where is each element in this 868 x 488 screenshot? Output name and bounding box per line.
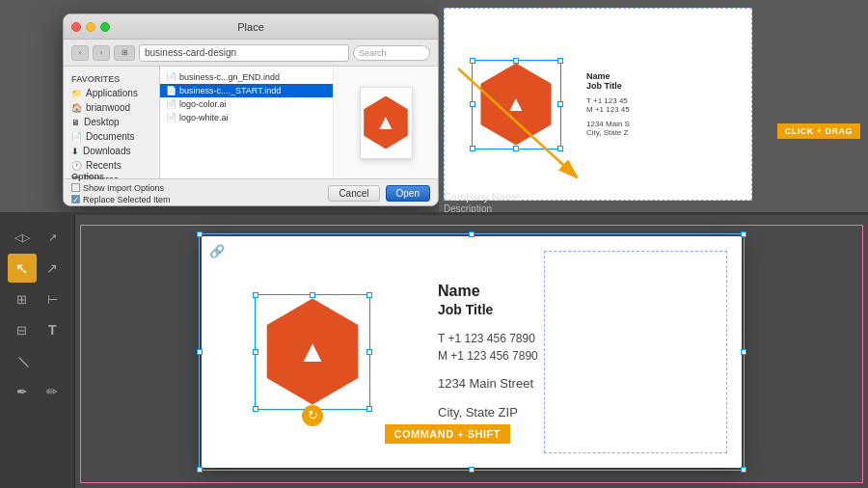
forward-button[interactable]: › <box>93 45 110 61</box>
command-shift-badge: COMMAND + SHIFT <box>385 424 510 444</box>
card-address1: 1234 Main Street <box>438 374 727 393</box>
card-text-section: Name Job Title T +1 123 456 7890 M +1 12… <box>423 262 742 442</box>
logo-handle-br[interactable] <box>366 406 372 412</box>
canvas-area: 🔗 ▲ <box>75 215 868 488</box>
expand-tool[interactable]: ◁▷ <box>8 223 37 252</box>
logo-arrow-icon: ▲ <box>375 110 396 135</box>
logo-handle-ml[interactable] <box>253 349 258 355</box>
cancel-button[interactable]: Cancel <box>328 185 379 202</box>
file-item-end[interactable]: 📄 business-c...gn_END.indd <box>160 70 333 84</box>
top-card-logo-area: ▲ <box>453 64 579 146</box>
back-button[interactable]: ‹ <box>71 45 89 61</box>
card-logo-section: 🔗 ▲ <box>202 236 423 468</box>
main-logo-hex: ▲ <box>259 299 366 405</box>
handle-br[interactable] <box>557 146 563 151</box>
top-phone-t: T +1 123 45 <box>586 96 735 105</box>
file-list: 📄 business-c...gn_END.indd 📄 business-c.… <box>160 67 438 178</box>
line-tool[interactable]: | <box>2 340 42 381</box>
chain-link-icon: 🔗 <box>209 244 225 258</box>
dialog-footer: Options Show Import Options ✓ Replace Se… <box>64 178 438 206</box>
toolbar-row-2: ↖ ↗ <box>4 254 70 283</box>
card-address2: City, State ZIP <box>438 403 727 422</box>
toolbar-row-4: ⊟ T <box>4 315 70 344</box>
bottom-section: ◁▷ ↗ ↖ ↗ ⊞ ⊢ ⊟ T | ✒ ✏ <box>0 215 868 488</box>
top-name: Name <box>586 71 735 81</box>
preview-logo: ▲ <box>361 96 412 149</box>
file-preview: ▲ <box>334 67 438 178</box>
logo-handle-tm[interactable] <box>310 292 315 298</box>
search-field[interactable]: Search <box>353 45 430 61</box>
company-name-label: Company Name <box>444 191 520 203</box>
handle-ml[interactable] <box>470 101 475 107</box>
pen-tool[interactable]: ✒ <box>8 377 37 406</box>
sidebar-applications[interactable]: 📁Applications <box>64 86 159 100</box>
toolbar-row-5: | <box>4 346 70 375</box>
up-button[interactable]: ⊞ <box>114 45 135 61</box>
logo-handle-bl[interactable] <box>253 406 258 412</box>
top-card-content: ▲ Name Job Title T +1 123 45 M +1 123 45… <box>444 8 752 201</box>
open-button[interactable]: Open <box>386 185 430 202</box>
handle-tr[interactable] <box>557 58 563 64</box>
minimize-button[interactable] <box>86 22 95 32</box>
top-address2: City, State Z <box>586 128 735 137</box>
direct-select-tool[interactable]: ↗ <box>39 254 68 283</box>
description-label: Description <box>444 203 492 212</box>
dialog-title: Place <box>237 21 264 33</box>
dialog-titlebar: Place <box>64 14 438 40</box>
card-job-title: Job Title <box>438 301 727 318</box>
dialog-files: 📄 business-c...gn_END.indd 📄 business-c.… <box>160 67 438 178</box>
toolbar: ◁▷ ↗ ↖ ↗ ⊞ ⊢ ⊟ T | ✒ ✏ <box>0 215 75 488</box>
dialog-options-area: Options Show Import Options ✓ Replace Se… <box>71 172 322 207</box>
dialog-body: Favorites 📁Applications 🏠brianwood 🖥Desk… <box>64 67 438 178</box>
click-drag-badge: CLICK + DRAG <box>777 123 860 139</box>
toolbar-row-6: ✒ ✏ <box>4 377 70 406</box>
dialog-nav: ‹ › ⊞ business-card-design Search <box>64 40 438 67</box>
pencil-tool[interactable]: ✏ <box>39 377 68 406</box>
text-frame-tool[interactable]: ⊟ <box>8 315 37 344</box>
handle-bm[interactable] <box>513 146 519 151</box>
sidebar-brianwood[interactable]: 🏠brianwood <box>64 100 159 115</box>
top-address1: 1234 Main S <box>586 120 735 128</box>
file-item-logo-white[interactable]: 📄 logo-white.ai <box>160 111 333 124</box>
logo-handle-tr[interactable] <box>366 292 372 298</box>
handle-tl[interactable] <box>470 58 475 64</box>
frame-grid-tool[interactable]: ⊞ <box>8 285 37 313</box>
card-handle-tm[interactable] <box>469 231 475 237</box>
maximize-button[interactable] <box>100 22 110 32</box>
logo-handle-mr[interactable] <box>366 349 372 355</box>
logo-handle-tl[interactable] <box>253 292 258 298</box>
file-item-logo-color[interactable]: 📄 logo-color.ai <box>160 97 333 111</box>
preview-card: ▲ <box>360 87 413 159</box>
traffic-lights <box>71 22 110 32</box>
type-tool[interactable]: T <box>39 315 68 344</box>
top-phone-m: M +1 123 45 <box>586 105 735 114</box>
handle-tm[interactable] <box>513 58 519 64</box>
close-button[interactable] <box>71 22 81 32</box>
sidebar-desktop[interactable]: 🖥Desktop <box>64 115 159 129</box>
top-card-bg: ▲ Name Job Title T +1 123 45 M +1 123 45… <box>444 8 752 201</box>
file-item-start[interactable]: 📄 business-c...._START.indd <box>160 84 333 97</box>
card-handle-bm[interactable] <box>469 467 475 473</box>
top-canvas-preview: ▲ Name Job Title T +1 123 45 M +1 123 45… <box>439 0 868 212</box>
toolbar-row-3: ⊞ ⊢ <box>4 285 70 313</box>
top-card-text-area: Name Job Title T +1 123 45 M +1 123 45 1… <box>579 67 743 142</box>
card-handle-tr[interactable] <box>741 231 746 237</box>
select-tool[interactable]: ↖ <box>8 254 37 283</box>
card-phone-t: T +1 123 456 7890 <box>438 330 727 347</box>
sidebar-documents[interactable]: 📄Documents <box>64 129 159 144</box>
card-handle-br[interactable] <box>741 467 746 473</box>
arrow-tool[interactable]: ↗ <box>39 223 68 252</box>
logo-container: ▲ ↻ <box>259 299 366 405</box>
main-logo-arrow: ▲ <box>297 334 328 369</box>
gap-tool[interactable]: ⊢ <box>39 285 68 313</box>
file-tree: 📄 business-c...gn_END.indd 📄 business-c.… <box>160 67 334 178</box>
logo-arrow-symbol: ▲ <box>505 92 527 117</box>
sidebar-downloads[interactable]: ⬇Downloads <box>64 144 159 158</box>
top-job-title: Job Title <box>586 81 735 91</box>
rotate-cursor[interactable]: ↻ <box>302 405 323 426</box>
top-section: Place ‹ › ⊞ business-card-design Search … <box>0 0 868 212</box>
logo-selection-container: ▲ <box>475 64 557 146</box>
handle-mr[interactable] <box>557 101 563 107</box>
top-logo-hex: ▲ <box>475 64 557 146</box>
handle-bl[interactable] <box>470 146 475 151</box>
